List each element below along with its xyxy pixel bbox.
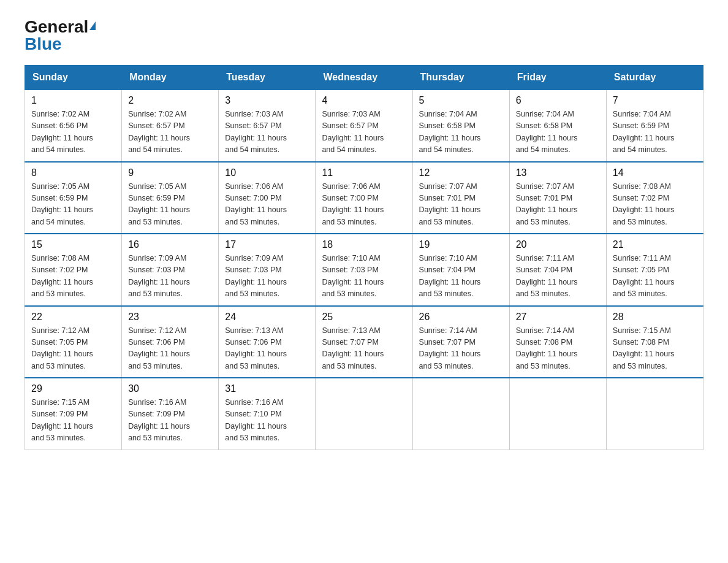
column-header-tuesday: Tuesday: [219, 66, 316, 90]
day-number: 29: [31, 383, 115, 394]
logo-triangle-icon: [89, 21, 96, 30]
day-number: 25: [322, 312, 406, 323]
day-info: Sunrise: 7:03 AMSunset: 6:57 PMDaylight:…: [225, 110, 287, 154]
calendar-cell: 1 Sunrise: 7:02 AMSunset: 6:56 PMDayligh…: [25, 90, 122, 162]
column-header-sunday: Sunday: [25, 66, 122, 90]
day-number: 10: [225, 167, 309, 178]
week-row-1: 1 Sunrise: 7:02 AMSunset: 6:56 PMDayligh…: [25, 90, 703, 162]
day-info: Sunrise: 7:15 AMSunset: 7:09 PMDaylight:…: [31, 398, 93, 442]
calendar-cell: 9 Sunrise: 7:05 AMSunset: 6:59 PMDayligh…: [122, 162, 219, 234]
day-number: 13: [516, 167, 600, 178]
day-number: 26: [419, 312, 503, 323]
calendar-cell: 20 Sunrise: 7:11 AMSunset: 7:04 PMDaylig…: [509, 234, 606, 306]
day-number: 27: [516, 312, 600, 323]
day-number: 9: [128, 167, 212, 178]
column-header-monday: Monday: [122, 66, 219, 90]
day-number: 4: [322, 95, 406, 106]
day-info: Sunrise: 7:11 AMSunset: 7:04 PMDaylight:…: [516, 254, 578, 298]
day-number: 7: [613, 95, 697, 106]
calendar-cell: 19 Sunrise: 7:10 AMSunset: 7:04 PMDaylig…: [412, 234, 509, 306]
calendar-cell: 25 Sunrise: 7:13 AMSunset: 7:07 PMDaylig…: [316, 306, 412, 378]
calendar-cell: 11 Sunrise: 7:06 AMSunset: 7:00 PMDaylig…: [316, 162, 412, 234]
calendar-cell: 17 Sunrise: 7:09 AMSunset: 7:03 PMDaylig…: [219, 234, 316, 306]
day-info: Sunrise: 7:14 AMSunset: 7:08 PMDaylight:…: [516, 326, 578, 370]
day-info: Sunrise: 7:16 AMSunset: 7:09 PMDaylight:…: [128, 398, 190, 442]
day-number: 5: [419, 95, 503, 106]
day-number: 21: [613, 239, 697, 250]
day-number: 18: [322, 239, 406, 250]
day-number: 24: [225, 312, 309, 323]
day-info: Sunrise: 7:06 AMSunset: 7:00 PMDaylight:…: [225, 182, 287, 226]
calendar-cell: 23 Sunrise: 7:12 AMSunset: 7:06 PMDaylig…: [122, 306, 219, 378]
day-number: 19: [419, 239, 503, 250]
day-number: 23: [128, 312, 212, 323]
week-row-5: 29 Sunrise: 7:15 AMSunset: 7:09 PMDaylig…: [25, 378, 703, 450]
calendar-table: SundayMondayTuesdayWednesdayThursdayFrid…: [25, 65, 703, 450]
day-info: Sunrise: 7:11 AMSunset: 7:05 PMDaylight:…: [613, 254, 675, 298]
day-number: 31: [225, 383, 309, 394]
day-info: Sunrise: 7:10 AMSunset: 7:04 PMDaylight:…: [419, 254, 481, 298]
week-row-2: 8 Sunrise: 7:05 AMSunset: 6:59 PMDayligh…: [25, 162, 703, 234]
calendar-cell: 16 Sunrise: 7:09 AMSunset: 7:03 PMDaylig…: [122, 234, 219, 306]
column-header-friday: Friday: [509, 66, 606, 90]
calendar-cell: [316, 378, 412, 450]
calendar-cell: [606, 378, 703, 450]
day-info: Sunrise: 7:03 AMSunset: 6:57 PMDaylight:…: [322, 110, 384, 154]
calendar-cell: [509, 378, 606, 450]
column-header-wednesday: Wednesday: [316, 66, 412, 90]
column-header-saturday: Saturday: [606, 66, 703, 90]
day-number: 16: [128, 239, 212, 250]
calendar-cell: 12 Sunrise: 7:07 AMSunset: 7:01 PMDaylig…: [412, 162, 509, 234]
day-info: Sunrise: 7:10 AMSunset: 7:03 PMDaylight:…: [322, 254, 384, 298]
day-info: Sunrise: 7:09 AMSunset: 7:03 PMDaylight:…: [225, 254, 287, 298]
day-info: Sunrise: 7:05 AMSunset: 6:59 PMDaylight:…: [31, 182, 93, 226]
calendar-header-row: SundayMondayTuesdayWednesdayThursdayFrid…: [25, 66, 703, 90]
day-info: Sunrise: 7:12 AMSunset: 7:06 PMDaylight:…: [128, 326, 190, 370]
calendar-cell: [412, 378, 509, 450]
day-number: 15: [31, 239, 115, 250]
logo: General Blue: [25, 18, 96, 53]
day-info: Sunrise: 7:02 AMSunset: 6:56 PMDaylight:…: [31, 110, 93, 154]
calendar-cell: 22 Sunrise: 7:12 AMSunset: 7:05 PMDaylig…: [25, 306, 122, 378]
calendar-cell: 21 Sunrise: 7:11 AMSunset: 7:05 PMDaylig…: [606, 234, 703, 306]
day-number: 11: [322, 167, 406, 178]
calendar-cell: 31 Sunrise: 7:16 AMSunset: 7:10 PMDaylig…: [219, 378, 316, 450]
column-header-thursday: Thursday: [412, 66, 509, 90]
day-number: 20: [516, 239, 600, 250]
day-number: 22: [31, 312, 115, 323]
calendar-cell: 13 Sunrise: 7:07 AMSunset: 7:01 PMDaylig…: [509, 162, 606, 234]
calendar-cell: 10 Sunrise: 7:06 AMSunset: 7:00 PMDaylig…: [219, 162, 316, 234]
day-number: 1: [31, 95, 115, 106]
day-number: 8: [31, 167, 115, 178]
day-info: Sunrise: 7:09 AMSunset: 7:03 PMDaylight:…: [128, 254, 190, 298]
calendar-cell: 8 Sunrise: 7:05 AMSunset: 6:59 PMDayligh…: [25, 162, 122, 234]
calendar-cell: 28 Sunrise: 7:15 AMSunset: 7:08 PMDaylig…: [606, 306, 703, 378]
logo-general: General: [25, 17, 88, 36]
logo-blue-text: Blue: [25, 34, 62, 53]
page-header: General Blue: [25, 18, 703, 53]
day-info: Sunrise: 7:02 AMSunset: 6:57 PMDaylight:…: [128, 110, 190, 154]
day-number: 28: [613, 312, 697, 323]
calendar-cell: 14 Sunrise: 7:08 AMSunset: 7:02 PMDaylig…: [606, 162, 703, 234]
calendar-cell: 3 Sunrise: 7:03 AMSunset: 6:57 PMDayligh…: [219, 90, 316, 162]
day-number: 17: [225, 239, 309, 250]
calendar-cell: 7 Sunrise: 7:04 AMSunset: 6:59 PMDayligh…: [606, 90, 703, 162]
week-row-3: 15 Sunrise: 7:08 AMSunset: 7:02 PMDaylig…: [25, 234, 703, 306]
calendar-cell: 27 Sunrise: 7:14 AMSunset: 7:08 PMDaylig…: [509, 306, 606, 378]
calendar-cell: 30 Sunrise: 7:16 AMSunset: 7:09 PMDaylig…: [122, 378, 219, 450]
day-number: 14: [613, 167, 697, 178]
calendar-cell: 5 Sunrise: 7:04 AMSunset: 6:58 PMDayligh…: [412, 90, 509, 162]
day-info: Sunrise: 7:16 AMSunset: 7:10 PMDaylight:…: [225, 398, 287, 442]
day-info: Sunrise: 7:08 AMSunset: 7:02 PMDaylight:…: [613, 182, 675, 226]
day-info: Sunrise: 7:04 AMSunset: 6:58 PMDaylight:…: [419, 110, 481, 154]
day-info: Sunrise: 7:12 AMSunset: 7:05 PMDaylight:…: [31, 326, 93, 370]
day-number: 2: [128, 95, 212, 106]
calendar-cell: 6 Sunrise: 7:04 AMSunset: 6:58 PMDayligh…: [509, 90, 606, 162]
day-info: Sunrise: 7:13 AMSunset: 7:07 PMDaylight:…: [322, 326, 384, 370]
calendar-cell: 26 Sunrise: 7:14 AMSunset: 7:07 PMDaylig…: [412, 306, 509, 378]
calendar-cell: 4 Sunrise: 7:03 AMSunset: 6:57 PMDayligh…: [316, 90, 412, 162]
day-info: Sunrise: 7:13 AMSunset: 7:06 PMDaylight:…: [225, 326, 287, 370]
day-info: Sunrise: 7:04 AMSunset: 6:59 PMDaylight:…: [613, 110, 675, 154]
calendar-cell: 29 Sunrise: 7:15 AMSunset: 7:09 PMDaylig…: [25, 378, 122, 450]
day-info: Sunrise: 7:06 AMSunset: 7:00 PMDaylight:…: [322, 182, 384, 226]
